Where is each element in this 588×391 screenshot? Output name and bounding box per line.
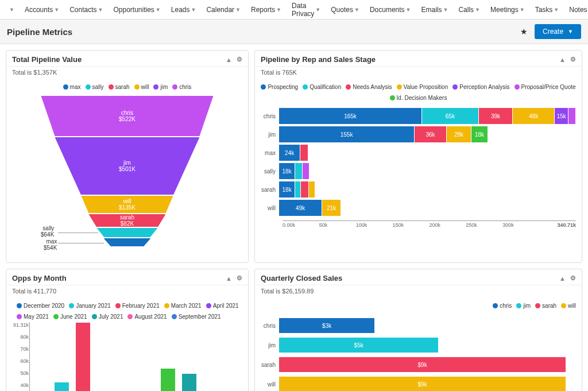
legend-item[interactable]: max <box>63 84 81 90</box>
legend-item[interactable]: April 2021 <box>206 303 239 309</box>
bar-segment[interactable]: 18k <box>279 181 295 198</box>
legend-item[interactable]: Id. Decision Makers <box>390 95 447 101</box>
bar-segment[interactable]: 21k <box>322 200 341 216</box>
bar-segment[interactable] <box>309 181 315 198</box>
legend-item[interactable]: jim <box>153 84 168 90</box>
legend-item[interactable]: February 2021 <box>115 303 160 309</box>
bar[interactable]: 54k <box>161 369 176 391</box>
nav-documents[interactable]: Documents▼ <box>365 0 416 20</box>
gear-icon[interactable]: ⚙ <box>237 274 242 282</box>
collapse-icon[interactable]: ▲ <box>226 56 232 63</box>
nav-emails[interactable]: Emails▼ <box>417 0 453 20</box>
legend-item[interactable]: Perception Analysis <box>452 84 509 90</box>
gear-icon[interactable]: ⚙ <box>237 56 242 63</box>
legend-item[interactable]: chris <box>493 303 512 309</box>
bar-segment[interactable]: 28k <box>447 126 471 142</box>
legend-item[interactable]: will <box>561 303 576 309</box>
bar-segment[interactable]: 18k <box>279 163 295 179</box>
bar-column[interactable]: 50k <box>179 322 200 391</box>
bar-row[interactable]: jim155k36k28k18k <box>261 126 576 142</box>
bar[interactable]: $3k <box>279 318 374 333</box>
bar-segment[interactable]: 65k <box>422 108 478 124</box>
bar-segment[interactable] <box>301 181 308 198</box>
bar-segment[interactable] <box>295 181 300 198</box>
bar-segment[interactable]: 15k <box>555 108 568 124</box>
legend-item[interactable]: March 2021 <box>164 303 202 309</box>
collapse-icon[interactable]: ▲ <box>559 275 566 282</box>
nav-meetings[interactable]: Meetings▼ <box>486 0 529 20</box>
nav-opportunities[interactable]: Opportunities▼ <box>109 0 165 20</box>
legend-item[interactable]: July 2021 <box>92 313 123 320</box>
legend-item[interactable]: sally <box>86 84 104 90</box>
collapse-icon[interactable]: ▲ <box>559 56 566 63</box>
bar-row[interactable]: sally18k <box>261 163 576 179</box>
legend-item[interactable]: Qualification <box>303 84 341 90</box>
bar-row[interactable]: sarah$9k <box>261 357 576 372</box>
bar[interactable]: 50k <box>182 374 197 391</box>
bar[interactable]: $9k <box>279 357 566 372</box>
bar[interactable]: $9k <box>279 377 566 391</box>
nav-contacts[interactable]: Contacts▼ <box>65 0 107 20</box>
nav-accounts[interactable]: Accounts▼ <box>20 0 64 20</box>
funnel-slice-sally[interactable] <box>96 228 157 237</box>
legend-item[interactable]: sarah <box>535 303 556 309</box>
bar-row[interactable]: max24k <box>261 145 576 161</box>
bar-column[interactable]: 23k <box>221 322 242 391</box>
legend-item[interactable]: Needs Analysis <box>346 84 392 90</box>
legend-item[interactable]: sarah <box>109 84 130 90</box>
funnel-slice-max[interactable] <box>103 238 150 246</box>
legend-item[interactable]: January 2021 <box>69 303 111 309</box>
bar-column[interactable]: 35k <box>136 322 157 391</box>
bar-row[interactable]: chris165k65k39k48k15k <box>261 108 576 124</box>
bar-column[interactable]: 91k <box>72 322 94 391</box>
bar-segment[interactable]: 49k <box>279 200 322 216</box>
bar-segment[interactable]: 155k <box>279 126 414 142</box>
bar-segment[interactable] <box>300 145 307 161</box>
legend-item[interactable]: chris <box>172 84 191 90</box>
favorite-star-icon[interactable]: ★ <box>520 27 528 36</box>
bar-row[interactable]: jim$5k <box>261 338 576 353</box>
gear-icon[interactable]: ⚙ <box>570 274 576 282</box>
legend-item[interactable]: December 2020 <box>17 303 64 309</box>
bar-row[interactable]: chris$3k <box>261 318 576 333</box>
legend-item[interactable]: Prospecting <box>261 84 298 90</box>
bar-segment[interactable] <box>295 163 302 179</box>
bar-column[interactable]: 43k <box>51 322 72 391</box>
legend-item[interactable]: June 2021 <box>53 313 87 320</box>
legend-item[interactable]: will <box>134 84 149 90</box>
nav-calls[interactable]: Calls▼ <box>454 0 485 20</box>
bar-segment[interactable]: 24k <box>279 145 300 161</box>
bar-segment[interactable]: 36k <box>415 126 446 142</box>
funnel-slice-jim[interactable]: jim$501K <box>55 137 199 195</box>
logo-dropdown-caret[interactable]: ▼ <box>9 7 14 13</box>
nav-quotes[interactable]: Quotes▼ <box>326 0 364 20</box>
funnel-slice-chris[interactable]: chris$522K <box>41 96 213 136</box>
collapse-icon[interactable]: ▲ <box>226 275 232 282</box>
bar-row[interactable]: sarah18k <box>261 181 576 198</box>
legend-item[interactable]: May 2021 <box>17 313 49 320</box>
bar-segment[interactable]: 18k <box>471 126 487 142</box>
bar-column[interactable]: 36k <box>94 322 115 391</box>
legend-item[interactable]: Value Proposition <box>397 84 448 90</box>
nav-dataprivacy[interactable]: Data Privacy▼ <box>287 0 325 20</box>
legend-item[interactable]: August 2021 <box>127 313 167 320</box>
bar-column[interactable]: 34k <box>30 322 51 391</box>
bar-row[interactable]: will$9k <box>261 377 576 391</box>
bar-column[interactable]: 27k <box>115 322 136 391</box>
bar-segment[interactable]: 165k <box>279 108 421 124</box>
bar-segment[interactable]: 48k <box>513 108 554 124</box>
bar-row[interactable]: will49k21k <box>261 200 576 216</box>
legend-item[interactable]: jim <box>516 303 531 309</box>
nav-tasks[interactable]: Tasks▼ <box>531 0 564 20</box>
legend-item[interactable]: Proposal/Price Quote <box>514 84 576 90</box>
gear-icon[interactable]: ⚙ <box>570 56 576 63</box>
bar-column[interactable]: 54k <box>157 322 179 391</box>
nav-notes[interactable]: Notes▼ <box>564 0 588 20</box>
funnel-slice-sarah[interactable]: sarah$82K <box>88 214 165 227</box>
bar-segment[interactable] <box>303 163 309 179</box>
bar[interactable]: 91k <box>76 323 91 391</box>
legend-item[interactable]: September 2021 <box>172 313 221 320</box>
nav-reports[interactable]: Reports▼ <box>246 0 286 20</box>
bar-segment[interactable] <box>568 108 575 124</box>
bar[interactable]: $5k <box>279 338 438 353</box>
